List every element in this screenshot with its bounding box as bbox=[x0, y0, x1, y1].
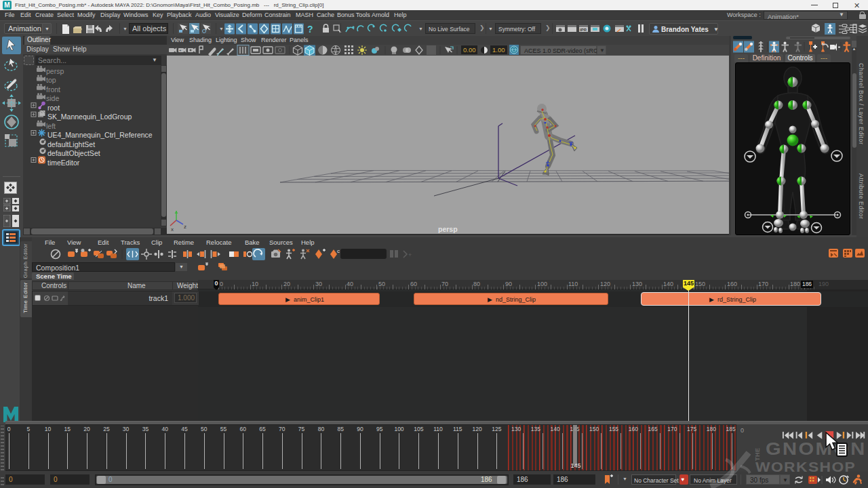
svg-text:+: + bbox=[408, 251, 412, 258]
svg-text:c: c bbox=[337, 248, 340, 254]
svg-text:persp: persp bbox=[438, 225, 458, 233]
svg-text:z: z bbox=[184, 224, 186, 230]
svg-text:?: ? bbox=[307, 24, 313, 35]
svg-text:IPR: IPR bbox=[580, 28, 587, 32]
svg-text:x: x bbox=[171, 226, 174, 232]
